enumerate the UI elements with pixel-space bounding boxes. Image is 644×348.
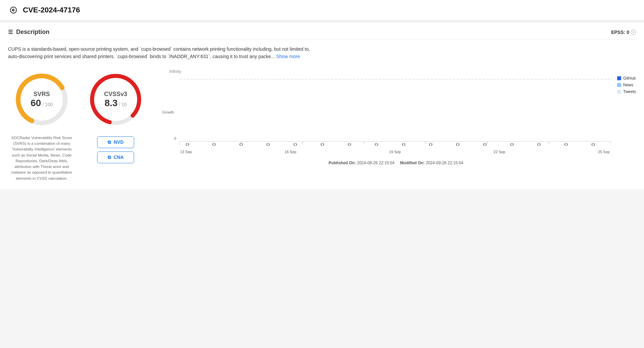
svg-text:0: 0	[456, 142, 459, 146]
chart-svg: 0 0 0 0 0 0 0 0 0 0 0 0	[179, 76, 610, 150]
cvss-gauge-label: CVSSv3 8.3 / 10	[104, 90, 127, 108]
chart-area: 0 0 0 0 0 0 0 0 0 0 0 0	[179, 76, 610, 154]
y-axis-label: Growth	[162, 110, 174, 114]
chart-section: Infinity top Growth 0	[156, 69, 636, 165]
svg-text:0: 0	[591, 142, 595, 146]
svg-text:0: 0	[510, 142, 514, 146]
svrs-gauge: SVRS 60 / 100	[11, 69, 72, 130]
back-button[interactable]	[8, 5, 19, 15]
svg-text:0: 0	[266, 142, 270, 146]
list-icon: ☰	[8, 29, 13, 35]
section-header: ☰ Description EPSS: 0 i	[8, 23, 636, 40]
svg-text:0: 0	[483, 142, 487, 146]
show-more-link[interactable]: Show more	[276, 54, 300, 59]
cvss-gauge: CVSSv3 8.3 / 10	[85, 69, 146, 130]
svg-text:0: 0	[564, 142, 568, 146]
svg-text:0: 0	[402, 142, 405, 146]
chart-legend: GitHub News Tweets	[617, 76, 636, 94]
epss-label: EPSS: 0 i	[611, 30, 636, 35]
chart-wrap: Infinity top Growth 0	[156, 69, 636, 154]
legend-news: News	[617, 83, 636, 87]
section-title-wrap: ☰ Description	[8, 29, 49, 36]
svg-text:0: 0	[429, 142, 433, 146]
svrs-gauge-label: SVRS 60 / 100	[31, 90, 53, 108]
cvss-section: CVSSv3 8.3 / 10 ⧉ NVD ⧉ CNA	[82, 69, 149, 163]
legend-github: GitHub	[617, 76, 636, 81]
legend-tweets: Tweets	[617, 89, 636, 94]
main-grid: SVRS 60 / 100 SOCRadar Vulnerability Ris…	[8, 69, 636, 181]
tweets-legend-dot	[617, 90, 621, 94]
main-content: ☰ Description EPSS: 0 i CUPS is a standa…	[0, 23, 644, 189]
cna-button[interactable]: ⧉ CNA	[97, 151, 134, 163]
infinity-label: Infinity	[169, 69, 181, 74]
svg-text:0: 0	[375, 142, 378, 146]
cvss-buttons: ⧉ NVD ⧉ CNA	[97, 136, 134, 163]
svrs-description: SOCRadar Vulnerability Risk Score (SVRS)…	[8, 135, 75, 181]
external-link-icon: ⧉	[108, 139, 111, 145]
section-title: Description	[16, 29, 49, 36]
description-text: CUPS is a standards-based, open-source p…	[8, 40, 311, 62]
x-axis-dates: 13 Sep 16 Sep 19 Sep 22 Sep 25 Sep	[179, 150, 610, 154]
github-legend-dot	[617, 76, 621, 80]
svg-text:0: 0	[537, 142, 541, 146]
svrs-section: SVRS 60 / 100 SOCRadar Vulnerability Ris…	[8, 69, 75, 181]
nvd-button[interactable]: ⧉ NVD	[97, 136, 134, 148]
svg-text:0: 0	[186, 142, 189, 146]
svg-text:0: 0	[239, 142, 243, 146]
svg-text:0: 0	[212, 142, 216, 146]
news-legend-dot	[617, 83, 621, 87]
svg-text:0: 0	[293, 142, 297, 146]
page-header: CVE-2024-47176	[0, 0, 644, 20]
svg-text:0: 0	[320, 142, 324, 146]
epss-info-icon[interactable]: i	[631, 30, 636, 35]
page-title: CVE-2024-47176	[23, 6, 80, 14]
svg-text:0: 0	[348, 142, 351, 146]
footer-dates: Published On: 2024-09-26 22:15:04 Modifi…	[156, 161, 636, 165]
external-link-icon-2: ⧉	[108, 155, 111, 160]
